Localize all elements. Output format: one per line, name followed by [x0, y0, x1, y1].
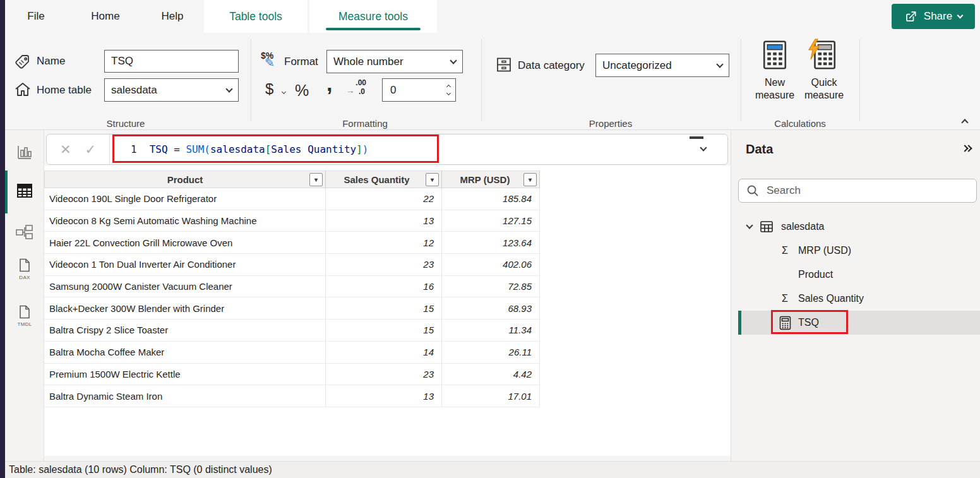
- mrp-cell[interactable]: 11.34: [442, 320, 540, 341]
- product-cell[interactable]: Videocon 8 Kg Semi Automatic Washing Mac…: [44, 210, 326, 232]
- filter-dropdown-icon[interactable]: ▾: [309, 173, 323, 186]
- tab-table-tools[interactable]: Table tools: [204, 0, 308, 33]
- accept-formula-icon[interactable]: ✓: [85, 142, 97, 157]
- collapse-ribbon-icon[interactable]: [961, 119, 968, 126]
- thousands-separator-button[interactable]: ,: [326, 71, 332, 96]
- sales-quantity-cell[interactable]: 12: [326, 232, 442, 253]
- field-item-tsq[interactable]: TSQ: [738, 311, 980, 335]
- model-view-button[interactable]: [10, 220, 39, 247]
- tmdl-view-button[interactable]: TMDL: [10, 302, 39, 329]
- field-item-sales-quantity[interactable]: ΣSales Quantity: [738, 287, 980, 311]
- table-row[interactable]: Baltra Dynamic Steam Iron1317.01: [44, 385, 540, 407]
- product-cell[interactable]: Baltra Dynamic Steam Iron: [44, 385, 326, 407]
- tab-home[interactable]: Home: [75, 0, 136, 33]
- model-icon: [15, 224, 34, 244]
- table-row[interactable]: Samsung 2000W Canister Vacuum Cleaner167…: [44, 276, 540, 298]
- report-view-button[interactable]: [10, 141, 39, 167]
- format-label: Format: [284, 56, 318, 68]
- filter-dropdown-icon[interactable]: ▾: [426, 173, 439, 186]
- table-row[interactable]: Videocon 1 Ton Dual Inverter Air Conditi…: [44, 254, 540, 276]
- mrp-cell[interactable]: 26.11: [442, 342, 540, 363]
- mrp-cell[interactable]: 123.64: [442, 232, 540, 253]
- currency-format-button[interactable]: $: [265, 80, 273, 98]
- product-cell[interactable]: Samsung 2000W Canister Vacuum Cleaner: [44, 276, 326, 297]
- format-dropdown[interactable]: Whole number: [326, 50, 463, 73]
- table-row[interactable]: Videocon 190L Single Door Refrigerator22…: [44, 188, 540, 210]
- formula-token: =: [174, 143, 186, 155]
- formula-token: SUM: [186, 143, 204, 155]
- search-icon: [746, 184, 759, 197]
- product-cell[interactable]: Baltra Crispy 2 Slice Toaster: [44, 320, 326, 341]
- mrp-cell[interactable]: 4.42: [442, 364, 540, 385]
- product-cell[interactable]: Premium 1500W Electric Kettle: [44, 364, 326, 385]
- field-item-product[interactable]: Product: [738, 263, 980, 287]
- tree-item-salesdata[interactable]: salesdata: [738, 215, 980, 239]
- dropdown-chevron-icon: [716, 61, 723, 68]
- sales-quantity-cell[interactable]: 22: [326, 188, 442, 210]
- table-view-button[interactable]: [10, 179, 39, 205]
- sales-quantity-cell[interactable]: 14: [326, 342, 442, 363]
- expand-formula-chevron-icon[interactable]: [700, 144, 707, 151]
- tab-help[interactable]: Help: [145, 0, 200, 33]
- data-pane-title: Data: [746, 142, 773, 157]
- product-cell[interactable]: Black+Decker 300W Blender with Grinder: [44, 297, 326, 319]
- collapse-pane-icon[interactable]: [962, 146, 971, 151]
- column-header-sales-quantity[interactable]: Sales Quantity ▾: [326, 170, 442, 188]
- column-header-product[interactable]: Product ▾: [44, 170, 326, 188]
- search-input[interactable]: [767, 184, 969, 197]
- formula-editor[interactable]: 1 TSQ = SUM(salesdata[Sales Quantity]): [110, 134, 688, 164]
- table-row[interactable]: Baltra Mocha Coffee Maker1426.11: [44, 342, 540, 364]
- sales-quantity-cell[interactable]: 23: [326, 364, 442, 385]
- cancel-formula-icon[interactable]: ✕: [60, 142, 71, 157]
- filter-dropdown-icon[interactable]: ▾: [523, 173, 537, 186]
- selected-field-indicator: [738, 311, 741, 335]
- sales-quantity-cell[interactable]: 13: [326, 210, 442, 232]
- stepper-down-icon[interactable]: [446, 91, 451, 95]
- expand-chevron-icon[interactable]: [746, 222, 753, 229]
- tab-file[interactable]: File: [15, 0, 57, 33]
- mrp-cell[interactable]: 68.93: [442, 297, 540, 319]
- tab-measure-tools[interactable]: Measure tools: [309, 0, 437, 33]
- sales-quantity-cell[interactable]: 15: [326, 320, 442, 341]
- data-category-dropdown[interactable]: Uncategorized: [595, 54, 729, 77]
- currency-chevron-icon[interactable]: [282, 90, 286, 94]
- home-table-dropdown[interactable]: salesdata: [104, 78, 239, 102]
- table-row[interactable]: Baltra Crispy 2 Slice Toaster1511.34: [44, 320, 540, 342]
- mrp-cell[interactable]: 402.06: [442, 254, 540, 275]
- decimal-places-stepper[interactable]: 0: [382, 78, 456, 102]
- formula-bar: ✕ ✓ 1 TSQ = SUM(salesdata[Sales Quantity…: [46, 134, 728, 165]
- stepper-up-icon[interactable]: [446, 85, 451, 89]
- search-box[interactable]: [738, 179, 977, 203]
- table-row[interactable]: Videocon 8 Kg Semi Automatic Washing Mac…: [44, 210, 540, 232]
- mrp-cell[interactable]: 72.85: [442, 276, 540, 297]
- fields-tree: salesdata ΣMRP (USD)ProductΣSales Quanti…: [731, 215, 980, 335]
- share-button[interactable]: Share: [892, 4, 975, 29]
- formula-resize-handle[interactable]: [690, 136, 703, 139]
- field-item-mrp-usd-[interactable]: ΣMRP (USD): [738, 239, 980, 263]
- table-row[interactable]: Premium 1500W Electric Kettle234.42: [44, 364, 540, 386]
- sales-quantity-cell[interactable]: 15: [326, 297, 442, 319]
- sales-quantity-cell[interactable]: 23: [326, 254, 442, 275]
- sales-quantity-cell[interactable]: 13: [326, 385, 442, 407]
- quick-measure-button[interactable]: Quick measure: [799, 40, 849, 102]
- ribbon-bottom-edge: [0, 129, 980, 130]
- product-cell[interactable]: Baltra Mocha Coffee Maker: [44, 342, 326, 363]
- product-cell[interactable]: Haier 22L Convection Grill Microwave Ove…: [44, 232, 326, 253]
- new-measure-button[interactable]: New measure: [751, 40, 798, 102]
- decimal-places-icon[interactable]: .00 → .0: [346, 78, 366, 100]
- calculations-group-label: Calculations: [762, 118, 838, 129]
- product-cell[interactable]: Videocon 190L Single Door Refrigerator: [44, 188, 326, 210]
- table-row[interactable]: Haier 22L Convection Grill Microwave Ove…: [44, 232, 540, 254]
- column-header-mrp[interactable]: MRP (USD) ▾: [442, 170, 540, 188]
- sales-quantity-cell[interactable]: 16: [326, 276, 442, 297]
- product-cell[interactable]: Videocon 1 Ton Dual Inverter Air Conditi…: [44, 254, 326, 275]
- percent-format-button[interactable]: %: [295, 81, 309, 100]
- structure-group-label: Structure: [88, 118, 164, 129]
- mrp-cell[interactable]: 127.15: [442, 210, 540, 232]
- measure-name-input[interactable]: TSQ: [104, 50, 239, 73]
- table-row[interactable]: Black+Decker 300W Blender with Grinder15…: [44, 297, 540, 320]
- dax-query-view-button[interactable]: DAX: [10, 256, 39, 282]
- mrp-cell[interactable]: 17.01: [442, 385, 540, 407]
- mrp-cell[interactable]: 185.84: [442, 188, 540, 210]
- formatting-group-label: Formatting: [327, 118, 403, 129]
